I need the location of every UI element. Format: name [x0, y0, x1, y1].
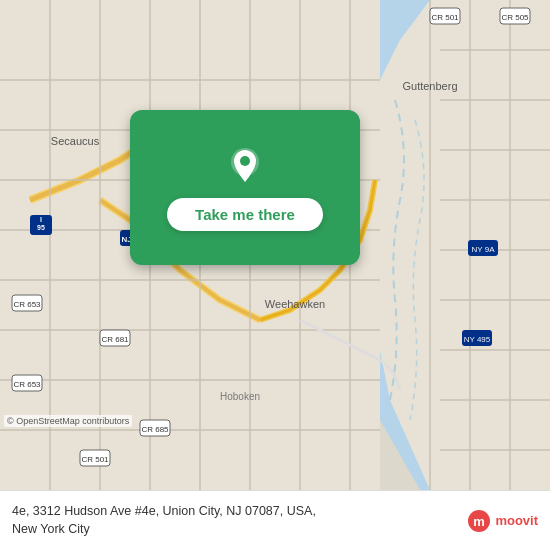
svg-text:CR 501: CR 501	[81, 455, 109, 464]
destination-card: Take me there	[130, 110, 360, 265]
take-me-there-button[interactable]: Take me there	[167, 198, 323, 231]
svg-text:Guttenberg: Guttenberg	[402, 80, 457, 92]
location-pin-icon	[223, 144, 267, 188]
svg-point-60	[240, 156, 250, 166]
address-text: 4e, 3312 Hudson Ave #4e, Union City, NJ …	[12, 503, 459, 538]
svg-text:Secaucus: Secaucus	[51, 135, 100, 147]
moovit-logo: m moovit	[467, 509, 538, 533]
svg-text:m: m	[474, 514, 486, 529]
map-container: CR 501 CR 505 I 95 NJ 3 CR 653 CR 653 CR…	[0, 0, 550, 490]
svg-text:I: I	[40, 216, 42, 223]
svg-text:CR 681: CR 681	[101, 335, 129, 344]
svg-text:CR 653: CR 653	[13, 380, 41, 389]
svg-text:CR 685: CR 685	[141, 425, 169, 434]
svg-text:NY 495: NY 495	[464, 335, 491, 344]
svg-text:95: 95	[37, 224, 45, 231]
moovit-label: moovit	[495, 513, 538, 528]
bottom-bar: 4e, 3312 Hudson Ave #4e, Union City, NJ …	[0, 490, 550, 550]
svg-text:CR 505: CR 505	[501, 13, 529, 22]
svg-text:Weehawken: Weehawken	[265, 298, 325, 310]
moovit-brand-icon: m	[467, 509, 491, 533]
svg-text:CR 653: CR 653	[13, 300, 41, 309]
svg-text:CR 501: CR 501	[431, 13, 459, 22]
osm-credit: © OpenStreetMap contributors	[4, 415, 132, 427]
svg-text:NY 9A: NY 9A	[472, 245, 496, 254]
svg-text:Hoboken: Hoboken	[220, 391, 260, 402]
